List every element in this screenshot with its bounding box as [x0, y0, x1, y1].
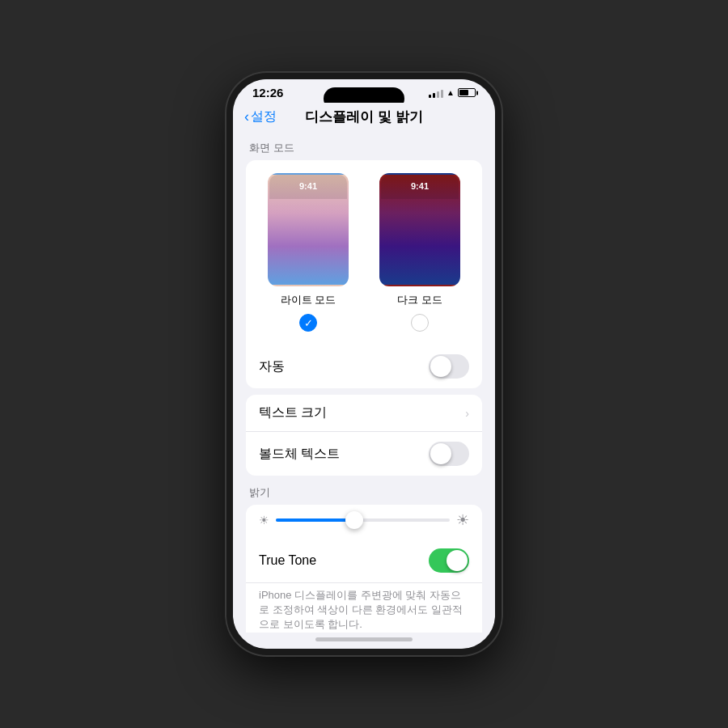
home-bar: [315, 637, 413, 641]
dark-preview-overlay: 9:41: [381, 175, 459, 199]
status-time: 12:26: [252, 86, 283, 99]
light-preview-overlay: 9:41: [269, 175, 347, 199]
light-mode-radio[interactable]: ✓: [299, 314, 317, 332]
wifi-icon: ▲: [447, 88, 455, 97]
brightness-low-icon: ☀: [259, 514, 269, 527]
dark-mode-radio[interactable]: [411, 314, 429, 332]
brightness-label: 밝기: [249, 485, 482, 500]
battery-icon: [458, 88, 476, 97]
text-size-row[interactable]: 텍스트 크기 ›: [246, 395, 482, 432]
brightness-section: ☀ ☀: [246, 505, 482, 539]
main-content: 화면 모드 9:41 라이트 모드: [233, 131, 495, 633]
back-label: 설정: [251, 108, 277, 125]
brightness-row: ☀ ☀: [259, 511, 469, 529]
checkmark-icon: ✓: [304, 317, 313, 329]
signal-icon: [429, 88, 443, 98]
brightness-card: ☀ ☀ True Tone iPhone: [246, 505, 482, 633]
brightness-high-icon: ☀: [456, 511, 469, 529]
text-card: 텍스트 크기 › 볼드체 텍스트: [246, 395, 482, 476]
page-title: 디스플레이 및 밝기: [305, 108, 422, 126]
text-size-label: 텍스트 크기: [259, 404, 327, 421]
auto-toggle[interactable]: [429, 354, 469, 379]
brightness-fill: [276, 518, 354, 522]
light-mode-preview: 9:41: [268, 173, 349, 286]
dark-mode-option[interactable]: 9:41 다크 모드: [379, 173, 460, 332]
auto-row: 자동: [246, 345, 482, 388]
bold-text-label: 볼드체 텍스트: [259, 446, 340, 463]
bold-text-toggle-knob: [430, 443, 451, 464]
light-mode-option[interactable]: 9:41 라이트 모드 ✓: [268, 173, 349, 332]
text-size-right: ›: [465, 407, 469, 420]
dark-mode-label: 다크 모드: [397, 293, 442, 307]
bold-text-row: 볼드체 텍스트: [246, 432, 482, 476]
mode-options: 9:41 라이트 모드 ✓ 9:41: [259, 173, 469, 332]
back-chevron-icon: ‹: [244, 108, 249, 125]
light-preview-time: 9:41: [269, 181, 347, 191]
screen-mode-label: 화면 모드: [249, 141, 482, 155]
phone-frame: 12:26 ▲ ‹ 설정 디스플레이 및 밝기: [226, 73, 502, 655]
bold-text-toggle[interactable]: [429, 442, 469, 466]
true-tone-description: iPhone 디스플레이를 주변광에 맞춰 자동으로 조정하여 색상이 다른 환…: [246, 583, 482, 633]
nav-bar: ‹ 설정 디스플레이 및 밝기: [233, 103, 495, 131]
text-size-chevron-icon: ›: [465, 407, 469, 420]
true-tone-toggle-knob: [447, 550, 468, 571]
auto-toggle-knob: [430, 356, 451, 377]
auto-label: 자동: [259, 358, 285, 375]
screen-mode-card: 9:41 라이트 모드 ✓ 9:41: [246, 160, 482, 388]
true-tone-label: True Tone: [259, 553, 316, 568]
dark-mode-preview: 9:41: [379, 173, 460, 286]
brightness-thumb[interactable]: [345, 511, 363, 529]
back-button[interactable]: ‹ 설정: [244, 108, 277, 125]
light-mode-label: 라이트 모드: [281, 293, 336, 307]
phone-screen: 12:26 ▲ ‹ 설정 디스플레이 및 밝기: [233, 79, 495, 649]
dark-preview-time: 9:41: [381, 181, 459, 191]
brightness-slider[interactable]: [276, 518, 450, 522]
status-icons: ▲: [429, 88, 476, 98]
home-indicator: [233, 633, 495, 649]
mode-section: 9:41 라이트 모드 ✓ 9:41: [246, 160, 482, 345]
true-tone-toggle[interactable]: [429, 548, 469, 573]
true-tone-row: True Tone: [246, 539, 482, 583]
